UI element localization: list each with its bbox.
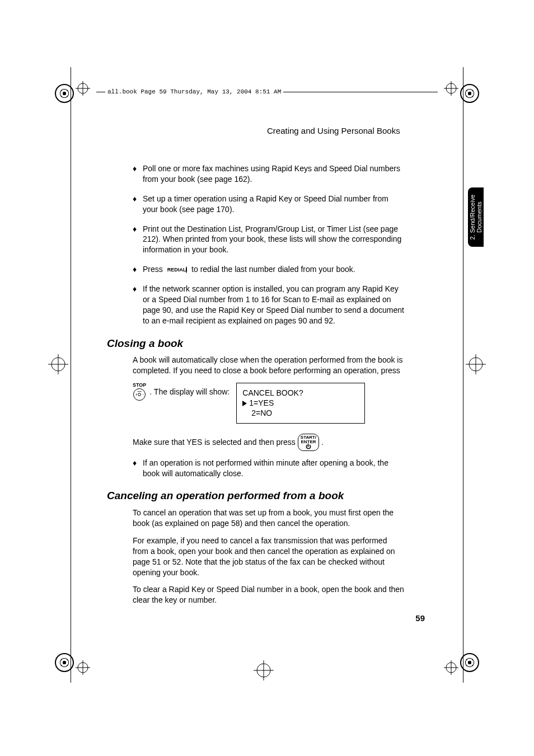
closing-intro: A book will automatically close when the… <box>133 355 405 376</box>
make-sure-pre: Make sure that YES is selected and then … <box>133 437 296 448</box>
power-glyph-icon: ⏻ <box>301 444 316 449</box>
closing-heading: Closing a book <box>107 336 405 351</box>
reg-right <box>466 354 486 374</box>
svg-point-15 <box>78 663 88 673</box>
closing-after-stop: . The display will show: <box>149 387 229 397</box>
stop-key-icon: STOP <box>133 383 146 401</box>
diamond-bullet-icon: ♦ <box>133 194 143 215</box>
reg-left <box>48 354 68 374</box>
diamond-bullet-icon: ♦ <box>133 458 143 479</box>
header-crop-label: all.book Page 59 Thursday, May 13, 2004 … <box>105 88 283 95</box>
cancel-heading: Canceling an operation performed from a … <box>107 489 405 503</box>
closing-stop-row: STOP . The display will show: CANCEL BOO… <box>133 383 405 424</box>
redial-key-icon: REDIAL <box>167 267 188 273</box>
reg-br-small <box>444 660 458 675</box>
svg-point-18 <box>446 663 456 673</box>
lcd-display-box: CANCEL BOOK? 1=YES 2=NO <box>236 383 365 424</box>
lcd-cursor-icon <box>242 401 247 406</box>
crop-line-left <box>71 67 71 683</box>
press-redial-post: to redial the last number dialed from yo… <box>191 265 355 274</box>
chapter-tab: 2. Send/Receive Documents <box>468 187 484 247</box>
page-section-title: Creating and Using Personal Books <box>267 126 400 135</box>
chapter-tab-line1: 2. Send/Receive <box>469 195 476 240</box>
chapter-tab-line2: Documents <box>476 201 483 233</box>
bullet-text: Set up a timer operation using a Rapid K… <box>143 194 405 215</box>
svg-point-6 <box>257 664 270 677</box>
diamond-bullet-icon: ♦ <box>133 284 143 326</box>
reg-bl-small <box>76 660 90 675</box>
bullet-item-press-redial: ♦ Press REDIAL to redial the last number… <box>133 264 405 275</box>
diamond-bullet-icon: ♦ <box>133 224 143 256</box>
cancel-p2: For example, if you need to cancel a fax… <box>133 536 405 578</box>
redial-label: REDIAL <box>167 267 186 273</box>
body-content: ♦ Poll one or more fax machines using Ra… <box>109 163 405 612</box>
diamond-bullet-icon: ♦ <box>133 163 143 185</box>
press-redial-pre: Press <box>143 265 165 274</box>
redial-circle-icon <box>186 266 187 273</box>
bullet-item: ♦ Set up a timer operation using a Rapid… <box>133 194 405 215</box>
bullet-item: ♦ If the network scanner option is insta… <box>133 284 405 326</box>
cancel-p1: To cancel an operation that was set up f… <box>133 508 405 529</box>
bullet-item: ♦ If an operation is not performed withi… <box>133 458 405 479</box>
lcd-line1: CANCEL BOOK? <box>242 388 359 398</box>
reg-bottom <box>254 660 274 680</box>
bullet-text: If an operation is not performed within … <box>143 458 405 479</box>
crop-line-right <box>463 67 463 683</box>
reg-tl-small <box>76 81 90 96</box>
svg-point-3 <box>469 358 483 371</box>
bullet-item: ♦ Poll one or more fax machines using Ra… <box>133 163 405 185</box>
make-sure-post: . <box>321 437 324 448</box>
bullet-text: Poll one or more fax machines using Rapi… <box>143 163 405 185</box>
svg-point-12 <box>446 83 456 93</box>
svg-point-9 <box>78 83 88 93</box>
reg-tr-small <box>444 81 458 96</box>
svg-point-0 <box>51 358 65 371</box>
stop-label: STOP <box>133 382 146 388</box>
diamond-bullet-icon: ♦ <box>133 264 143 275</box>
bullet-text: Print out the Destination List, Program/… <box>143 224 405 256</box>
start-enter-key-icon: START/ ENTER ⏻ <box>298 434 319 451</box>
lcd-line3: 2=NO <box>242 408 359 418</box>
lcd-line2: 1=YES <box>249 398 274 407</box>
cancel-p3: To clear a Rapid Key or Speed Dial numbe… <box>133 584 405 605</box>
bullet-text: If the network scanner option is install… <box>143 284 405 326</box>
closing-make-sure: Make sure that YES is selected and then … <box>133 434 405 451</box>
bullet-text: Press REDIAL to redial the last number d… <box>143 264 405 275</box>
bullet-item: ♦ Print out the Destination List, Progra… <box>133 224 405 256</box>
page-number: 59 <box>415 613 425 623</box>
